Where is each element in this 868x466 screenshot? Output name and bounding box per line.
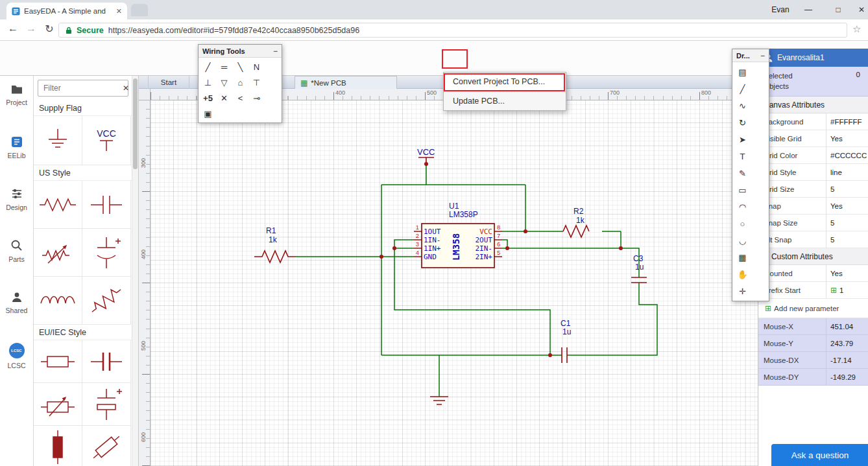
rect-tool-icon[interactable]: ▭ — [734, 181, 751, 198]
no-connect-tool-icon[interactable]: ✕ — [216, 90, 232, 106]
angle-flag-tool-icon[interactable]: < — [232, 90, 248, 106]
vcc-flag-tool-icon[interactable]: ⊤ — [248, 75, 265, 90]
wire-tool-icon[interactable]: ╱ — [200, 59, 216, 75]
menu-item-update-pcb[interactable]: Update PCB... — [444, 91, 566, 110]
wiring-tools-titlebar[interactable]: Wiring Tools − — [199, 45, 282, 58]
mouse-x-row: Mouse-X 451.04 — [758, 318, 868, 335]
pan-hand-tool-icon[interactable]: ✋ — [734, 266, 751, 283]
bookmark-star-icon[interactable]: ☆ — [852, 23, 861, 35]
bezier-tool-icon[interactable]: ◡ — [734, 232, 751, 249]
arrow-tool-icon[interactable]: ➤ — [734, 131, 751, 148]
window-close-button[interactable]: ✕ — [852, 0, 868, 19]
canvas-image-tool-icon[interactable]: ▤ — [734, 64, 751, 80]
r1-ref: R1 — [266, 226, 276, 235]
library-symbol-resistor-diagonal-us[interactable] — [82, 277, 131, 325]
attr-row-grid-size: Grid Size 5 — [758, 181, 868, 198]
filter-input[interactable] — [38, 80, 128, 97]
group-tool-icon[interactable]: ▣ — [200, 106, 216, 121]
attr-row-snap: Snap Yes — [758, 198, 868, 215]
svg-text:1IN-: 1IN- — [424, 236, 441, 244]
sidebar-item-lcsc[interactable]: LCSC LCSC — [0, 335, 33, 387]
library-scrollbar-thumb[interactable] — [133, 78, 138, 169]
library-symbol-polar-capacitor-eu[interactable] — [82, 383, 131, 426]
move-tool-icon[interactable]: ✛ — [734, 283, 751, 299]
sidebar-item-parts[interactable]: Parts — [0, 231, 33, 283]
browser-tab[interactable]: EasyEDA - A Simple and ✕ — [6, 3, 127, 19]
selected-objects-label: Selected Objects — [764, 71, 809, 91]
us-symbol-grid — [34, 181, 138, 325]
sidebar-item-project[interactable]: Project — [0, 76, 33, 128]
library-symbol-capacitor-eu[interactable] — [82, 340, 131, 383]
section-eu-style: EU/IEC Style — [34, 325, 138, 340]
library-symbol-polar-capacitor-us[interactable] — [82, 229, 131, 277]
vcc-symbol-graphic: VCC — [87, 121, 126, 160]
drawing-tools-titlebar[interactable]: Dr... − — [732, 49, 769, 62]
url-omnibox[interactable]: Secure https://easyeda.com/editor#id=579… — [58, 23, 847, 38]
window-minimize-button[interactable]: — — [799, 0, 817, 19]
plus5v-flag-tool-icon[interactable]: +5 — [200, 90, 216, 106]
library-scrollbar[interactable] — [132, 76, 138, 466]
sidebar-item-design[interactable]: Design — [0, 180, 33, 231]
user-account-bar[interactable]: Evanrosalita1 — [758, 49, 868, 67]
potentiometer-eu-graphic — [38, 385, 77, 424]
ruler-tick-label: 700 — [610, 89, 620, 96]
net-flag-tool-icon[interactable]: ▽ — [216, 75, 232, 90]
resistor-us-graphic — [38, 185, 77, 224]
spline-tool-icon[interactable]: ∿ — [734, 97, 751, 114]
minimize-palette-icon[interactable]: − — [273, 45, 278, 58]
component-graphics[interactable] — [254, 157, 647, 404]
picture-tool-icon[interactable]: ▦ — [734, 249, 751, 266]
ground-tool-icon[interactable]: ⊥ — [200, 75, 216, 90]
library-symbol-capacitor-us[interactable] — [82, 181, 131, 229]
net-port-tool-icon[interactable]: ⌂ — [232, 75, 248, 90]
canvas-attributes-header[interactable]: Canvas Attributes — [758, 97, 868, 113]
capacitor-c3 — [631, 277, 647, 283]
polar-capacitor-eu-graphic — [87, 385, 126, 424]
ellipse-tool-icon[interactable]: ○ — [734, 215, 751, 232]
arc-tool-icon[interactable]: ↻ — [734, 114, 751, 131]
library-symbol-resistor-eu[interactable] — [34, 340, 82, 383]
library-symbol-inductor-us[interactable] — [34, 277, 82, 325]
sidebar-item-eelib[interactable]: EELib — [0, 128, 33, 180]
clear-filter-icon[interactable]: ✕ — [123, 84, 129, 93]
ruler-tick-label: 800 — [701, 89, 711, 96]
pin-tool-icon[interactable]: ⊸ — [248, 90, 265, 106]
text-tool-icon[interactable]: T — [734, 148, 751, 165]
bus-entry-tool-icon[interactable]: ╲ — [232, 59, 248, 75]
ask-a-question-button[interactable]: Ask a question — [771, 444, 868, 466]
library-symbol-rheostat-us[interactable] — [34, 229, 82, 277]
component-labels[interactable]: VCC U1 LM358P R1 1k R2 1k C3 1u C1 1u LM… — [266, 147, 644, 336]
sidebar-item-shared[interactable]: Shared — [0, 283, 33, 335]
bus-tool-icon[interactable]: ═ — [216, 59, 232, 75]
library-symbol-resistor-diagonal-eu[interactable] — [82, 426, 131, 466]
add-new-parameter-button[interactable]: ⊞Add new parameter — [758, 299, 868, 318]
tab-start[interactable]: Start — [148, 76, 189, 89]
window-maximize-button[interactable]: □ — [829, 0, 847, 19]
resistor-eu-graphic — [38, 344, 77, 380]
minimize-palette-icon[interactable]: − — [760, 49, 765, 62]
net-label-tool-icon[interactable]: N — [248, 59, 265, 75]
secure-lock-icon — [66, 27, 72, 34]
tab-new-pcb[interactable]: ▦ *New PCB — [295, 76, 397, 89]
capacitor-us-graphic — [87, 185, 126, 224]
menu-item-convert-project-to-pcb[interactable]: Convert Project To PCB... — [444, 73, 566, 91]
library-symbol-resistor-us[interactable] — [34, 181, 82, 229]
library-symbol-potentiometer-eu[interactable] — [34, 383, 82, 426]
c1-value: 1u — [562, 327, 571, 336]
wires[interactable] — [296, 164, 657, 397]
custom-attributes-header[interactable]: ▲Custom Attributes — [758, 248, 868, 265]
u1-value: LM358P — [449, 210, 478, 219]
library-symbol-vcc[interactable]: VCC — [82, 116, 131, 165]
library-symbol-ground[interactable] — [34, 116, 82, 165]
schematic-drawing[interactable]: VCC U1 LM358P R1 1k R2 1k C3 1u C1 1u LM… — [151, 100, 758, 466]
library-symbol-filled-resistor-eu[interactable] — [34, 426, 82, 466]
new-tab-button[interactable] — [131, 4, 148, 16]
pencil-tool-icon[interactable]: ✎ — [734, 165, 751, 181]
back-icon[interactable]: ← — [5, 23, 21, 34]
tab-close-icon[interactable]: ✕ — [116, 7, 122, 16]
left-nav-rail: Project EELib Design Parts — [0, 76, 34, 466]
reload-icon[interactable]: ↻ — [42, 23, 57, 35]
arc2-tool-icon[interactable]: ◠ — [734, 198, 751, 215]
line-tool-icon[interactable]: ╱ — [734, 80, 751, 97]
browser-profile-name[interactable]: Evan — [766, 0, 795, 19]
